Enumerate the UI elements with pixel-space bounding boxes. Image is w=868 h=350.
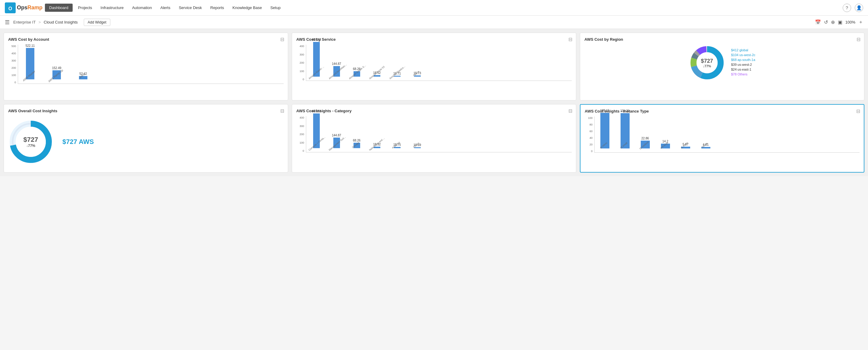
legend-uswest2: $39 us-west-2: [731, 63, 755, 66]
overall-cost-content: $727 ↓77% $727 AWS: [8, 119, 284, 165]
widget-cost-by-region-menu[interactable]: ⊟: [857, 36, 861, 42]
widget-cost-by-account-menu[interactable]: ⊟: [280, 36, 284, 42]
y-axis-instance: 100 80 60 40 20 0: [585, 116, 594, 153]
logo-ops: Ops: [17, 4, 27, 10]
bar-group-elastics: 10.71 Amazon Elastics...: [389, 72, 405, 81]
nav-setup[interactable]: Setup: [266, 4, 285, 12]
overall-donut-center: $727 ↓77%: [24, 136, 38, 148]
widget-cost-insights-instance: AWS Cost Insights - Instance Type ⊟ 100 …: [580, 104, 864, 173]
bar-group-inst-others: 4.01 Others: [698, 143, 714, 152]
bar-group-analytics: 15.75 Analytics: [389, 143, 405, 152]
zoom-display: 100%: [845, 20, 855, 24]
bar-group-t1micro: 5.67 t1.micro: [677, 143, 694, 152]
region-donut-center: $727 ↓77%: [701, 58, 713, 68]
nav-alerts[interactable]: Alerts: [156, 4, 175, 12]
widget-overall-cost-menu[interactable]: ⊟: [280, 108, 284, 114]
bar-chart-account: 500 400 300 200 100 0 522.11 AWS-Master …: [8, 45, 284, 93]
nav-infrastructure[interactable]: Infrastructure: [96, 4, 128, 12]
toolbar: ☰ Enterprise IT > Cloud Cost Insights Ad…: [0, 16, 868, 29]
region-legend: $412 global $104 us-west-2c $68 ap-south…: [731, 48, 755, 77]
calendar-icon[interactable]: 📅: [815, 19, 821, 25]
widget-cost-insights-category: AWS Cost Insights - Category ⊟ 400 300 2…: [292, 104, 576, 173]
y-axis-service: 400 300 200 100 0: [296, 45, 305, 81]
widget-cost-by-service: AWS Cost by Service ⊟ 400 300 200 100 0 …: [292, 33, 576, 100]
svg-text:O: O: [8, 6, 12, 11]
add-widget-button[interactable]: Add Widget: [84, 19, 110, 26]
legend-others: $78 Others: [731, 72, 755, 76]
bar-group-aws-master: 522.11 AWS-Master: [21, 44, 39, 84]
nav-projects[interactable]: Projects: [74, 4, 96, 12]
nav-knowledge-base[interactable]: Knowledge Base: [228, 4, 266, 12]
bar-group-m4large: 14.2 m4.large: [657, 140, 674, 152]
navbar: O OpsRamp Dashboard Projects Infrastruct…: [0, 0, 868, 16]
widget-overall-cost-title: AWS Overall Cost Insights: [8, 109, 284, 113]
legend-global: $412 global: [731, 48, 755, 52]
bar-chart-account-bars: 522.11 AWS-Master 152.49 AWS Ramp-Up 52.…: [18, 45, 284, 84]
widget-cost-by-account-title: AWS Cost by Account: [8, 37, 284, 41]
breadcrumb: Enterprise IT > Cloud Cost Insights: [13, 20, 78, 24]
widget-cost-by-region-title: AWS Cost by Region: [584, 37, 860, 41]
bar-group-s3: 68.26 Amazon Simple S...: [348, 67, 365, 81]
bar-chart-instance-bars: 105.19 t2.micro 104.31 t2.small 22.86 t2…: [594, 116, 860, 153]
widget-cost-by-service-menu[interactable]: ⊟: [568, 36, 572, 42]
crosshair-icon[interactable]: ⊕: [831, 19, 835, 25]
bar-group-elastic: 468.93 Amazon Elastic ...: [308, 38, 324, 81]
bar-chart-service-bars: 468.93 Amazon Elastic ... 144.87 AmazonC…: [306, 45, 572, 81]
bar-group-aws: 52.42 AWS: [74, 72, 92, 84]
widget-overall-cost: AWS Overall Cost Insights ⊟ $727 ↓77% $7…: [4, 104, 288, 173]
bar-group-aws-rampup: 152.49 AWS Ramp-Up: [48, 66, 66, 84]
breadcrumb-root[interactable]: Enterprise IT: [13, 20, 36, 24]
bar-group-service-others: 15.73 Others: [409, 71, 426, 81]
nav-dashboard[interactable]: Dashboard: [45, 4, 73, 12]
nav-reports[interactable]: Reports: [206, 4, 228, 12]
region-donut: $727 ↓77%: [689, 45, 725, 81]
widget-cost-insights-instance-menu[interactable]: ⊟: [856, 108, 860, 114]
help-icon[interactable]: ?: [843, 4, 851, 12]
dashboard-grid: AWS Cost by Account ⊟ 500 400 300 200 10…: [0, 29, 868, 176]
legend-uswest2c: $104 us-west-2c: [731, 53, 755, 57]
bar-group-networking: 18.52 Networking and ...: [369, 143, 385, 152]
user-icon[interactable]: 👤: [855, 4, 863, 12]
region-donut-pct: ↓77%: [701, 64, 713, 68]
breadcrumb-sep: >: [38, 20, 41, 24]
bar-chart-category-bars: 468.93 Compute + Conta... 144.87 Managem…: [306, 116, 572, 152]
y-axis-account: 500 400 300 200 100 0: [8, 45, 17, 84]
bar-chart-service: 400 300 200 100 0 468.93 Amazon Elastic …: [296, 45, 572, 96]
breadcrumb-current: Cloud Cost Insights: [44, 20, 78, 24]
logo-ramp: Ramp: [27, 4, 42, 10]
zoom-value: 100%: [845, 20, 855, 24]
layout-icon[interactable]: ▣: [838, 19, 842, 25]
bar-group-compute: 468.93 Compute + Conta...: [308, 110, 324, 152]
widget-cost-insights-category-menu[interactable]: ⊟: [568, 108, 572, 114]
overall-donut: $727 ↓77%: [8, 119, 53, 165]
bar-group-t2micro: 105.19 t2.micro: [596, 109, 613, 152]
nav-service-desk[interactable]: Service Desk: [175, 4, 206, 12]
widget-cost-insights-category-title: AWS Cost Insights - Category: [296, 109, 572, 113]
widget-cost-by-region: AWS Cost by Region ⊟: [580, 33, 864, 100]
nav-icons: ? 👤: [843, 4, 863, 12]
bar-group-cat-others: 10.69 Others: [409, 143, 426, 152]
hamburger-icon[interactable]: ☰: [5, 19, 10, 26]
region-donut-total: $727: [701, 58, 713, 64]
overall-donut-pct: ↓77%: [24, 144, 38, 148]
logo[interactable]: O OpsRamp: [5, 2, 42, 13]
logo-icon: O: [5, 2, 16, 13]
zoom-plus-icon[interactable]: ＋: [858, 19, 863, 25]
bar-group-t2small: 104.31 t2.small: [617, 109, 633, 152]
bar-chart-category: 400 300 200 100 0 468.93 Compute + Conta…: [296, 116, 572, 168]
overall-cost-value: $727 AWS: [62, 138, 94, 146]
bar-group-route53: 18.52 Amazon Route 53: [369, 71, 385, 81]
nav-automation[interactable]: Automation: [128, 4, 156, 12]
bar-group-mgmt: 144.87 Management Tool...: [328, 134, 345, 152]
y-axis-category: 400 300 200 100 0: [296, 116, 305, 152]
region-donut-container: $727 ↓77% $412 global $104 us-west-2c $6…: [584, 45, 860, 81]
bar-group-t2medium: 22.86 t2.medium: [637, 137, 653, 152]
widget-cost-by-service-title: AWS Cost by Service: [296, 37, 572, 41]
refresh-icon[interactable]: ↺: [824, 19, 828, 25]
bar-chart-instance: 100 80 60 40 20 0 105.19 t2.micro 104.31…: [585, 116, 860, 168]
toolbar-right: 📅 ↺ ⊕ ▣ 100% ＋: [815, 19, 863, 25]
overall-donut-total: $727: [24, 136, 38, 144]
bar-group-cloudwatch: 144.87 AmazonCloudWatc...: [328, 62, 345, 81]
bar-group-storage: 68.26 Storage: [348, 139, 365, 152]
legend-useast1: $24 us-east-1: [731, 67, 755, 71]
